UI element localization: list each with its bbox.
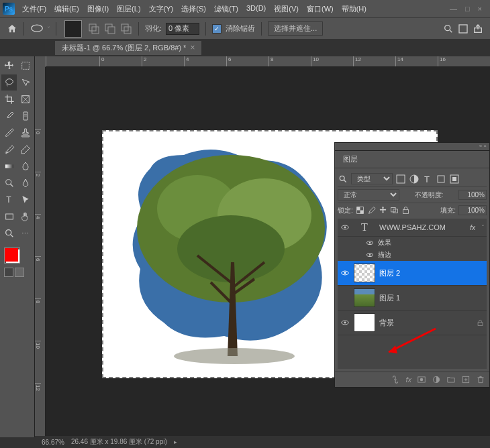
opacity-input[interactable] xyxy=(458,190,487,200)
frame-tool[interactable] xyxy=(17,91,33,107)
layer-text[interactable]: T WWW.PSAHZ.COM fx ˇ xyxy=(338,219,487,237)
lock-trans-icon[interactable] xyxy=(356,206,364,215)
add-mask-icon[interactable] xyxy=(417,375,426,384)
visibility-toggle[interactable] xyxy=(340,268,350,278)
path-select-tool[interactable] xyxy=(17,192,33,208)
text-tool[interactable]: T xyxy=(1,192,17,208)
menu-file[interactable]: 文件(F) xyxy=(19,3,50,15)
menu-window[interactable]: 窗口(W) xyxy=(303,3,337,15)
history-brush-tool[interactable] xyxy=(1,142,17,158)
fx-badge[interactable]: fx xyxy=(470,224,475,231)
selection-mode-add[interactable] xyxy=(88,23,100,35)
eraser-tool[interactable] xyxy=(17,142,33,158)
menu-3d[interactable]: 3D(D) xyxy=(243,3,269,15)
fx-row[interactable]: 效果 xyxy=(338,237,487,249)
foreground-color[interactable] xyxy=(5,248,18,262)
more-tools[interactable]: ⋯ xyxy=(17,225,33,241)
close-button[interactable]: × xyxy=(478,5,482,13)
quick-select-tool[interactable] xyxy=(17,74,33,91)
lock-paint-icon[interactable] xyxy=(367,206,376,215)
feather-input[interactable] xyxy=(166,23,199,35)
selection-mode-new[interactable] xyxy=(64,20,82,38)
file-tab-close-icon[interactable]: × xyxy=(190,43,195,52)
chevron-down-icon[interactable]: ˇ xyxy=(48,25,50,32)
fg-bg-swatch[interactable] xyxy=(4,247,20,264)
divider xyxy=(205,22,206,36)
gradient-tool[interactable] xyxy=(1,158,17,174)
layers-tab[interactable]: 图层 xyxy=(335,151,489,168)
menu-help[interactable]: 帮助(H) xyxy=(338,3,370,15)
menu-layer[interactable]: 图层(L) xyxy=(113,3,144,15)
lock-nest-icon[interactable] xyxy=(390,206,399,215)
document-dimensions[interactable]: 26.46 厘米 x 19.86 厘米 (72 ppi) xyxy=(71,437,167,447)
rectangle-tool[interactable] xyxy=(1,209,17,225)
select-and-mask-button[interactable]: 选择并遮住... xyxy=(268,21,323,36)
dodge-tool[interactable] xyxy=(1,175,17,191)
lock-move-icon[interactable] xyxy=(379,206,387,215)
stamp-tool[interactable] xyxy=(17,125,33,141)
minimize-button[interactable]: — xyxy=(450,5,457,13)
visibility-toggle[interactable] xyxy=(366,239,374,247)
search-icon[interactable] xyxy=(443,23,454,34)
zoom-level[interactable]: 66.67% xyxy=(42,439,64,446)
menu-filter[interactable]: 滤镜(T) xyxy=(211,3,242,15)
crop-tool[interactable] xyxy=(1,91,17,107)
menu-type[interactable]: 文字(Y) xyxy=(146,3,177,15)
fx-item-row[interactable]: 描边 xyxy=(338,249,487,261)
filter-type-select[interactable]: 类型 xyxy=(351,173,393,184)
lock-row: 锁定: 填充: xyxy=(338,203,487,217)
blend-mode-select[interactable]: 正常 xyxy=(338,189,399,201)
panel-collapse-tab[interactable]: « × xyxy=(334,142,490,150)
layer-1[interactable]: 图层 1 xyxy=(338,286,487,311)
filter-adjust-icon[interactable] xyxy=(409,174,420,184)
screenmode-toggle[interactable] xyxy=(15,268,24,277)
adjustment-layer-icon[interactable] xyxy=(432,375,441,384)
menu-select[interactable]: 选择(S) xyxy=(178,3,209,15)
group-icon[interactable] xyxy=(446,375,456,384)
lock-icon xyxy=(477,319,484,327)
heal-tool[interactable] xyxy=(17,108,33,124)
new-layer-icon[interactable] xyxy=(461,375,471,384)
search-icon[interactable] xyxy=(338,174,348,184)
eyedropper-tool[interactable] xyxy=(1,108,17,124)
fx-icon[interactable]: fx xyxy=(405,376,411,384)
visibility-toggle[interactable] xyxy=(340,223,350,232)
fill-input[interactable] xyxy=(458,205,487,215)
visibility-toggle[interactable] xyxy=(366,251,374,259)
maximize-button[interactable]: □ xyxy=(465,5,470,13)
antialias-checkbox[interactable]: ✓ xyxy=(212,24,222,34)
home-icon[interactable] xyxy=(7,23,17,34)
menu-view[interactable]: 视图(V) xyxy=(271,3,302,15)
ruler-vertical[interactable]: 024681012 xyxy=(35,67,46,437)
menu-image[interactable]: 图像(I) xyxy=(84,3,112,15)
marquee-tool[interactable] xyxy=(17,58,33,74)
pen-tool[interactable] xyxy=(17,175,33,191)
move-tool[interactable] xyxy=(1,58,17,74)
chevron-down-icon[interactable]: ˇ xyxy=(482,224,484,231)
lasso-tool-icon[interactable] xyxy=(30,23,44,34)
link-layers-icon[interactable] xyxy=(391,375,400,384)
share-icon[interactable] xyxy=(473,23,483,34)
filter-text-icon[interactable]: T xyxy=(422,174,433,184)
hand-tool[interactable] xyxy=(17,209,33,225)
selection-mode-intersect[interactable] xyxy=(120,23,132,35)
filter-pixel-icon[interactable] xyxy=(395,174,406,184)
layer-background[interactable]: 背景 xyxy=(338,311,487,335)
workspace-icon[interactable] xyxy=(458,23,469,34)
file-tab[interactable]: 未标题-1 @ 66.7% (图层 2, RGB/8#) * × xyxy=(55,41,201,55)
selection-mode-subtract[interactable] xyxy=(104,23,116,35)
lasso-tool[interactable] xyxy=(1,74,17,91)
blur-tool[interactable] xyxy=(17,158,33,174)
lock-all-icon[interactable] xyxy=(401,206,410,215)
layer-2[interactable]: 图层 2 xyxy=(338,261,487,286)
quickmask-toggle[interactable] xyxy=(4,268,13,277)
chevron-right-icon[interactable]: ▸ xyxy=(174,439,177,445)
visibility-toggle[interactable] xyxy=(340,318,350,327)
menu-edit[interactable]: 编辑(E) xyxy=(51,3,83,15)
ruler-horizontal[interactable]: 0246810121416 xyxy=(46,56,490,67)
filter-shape-icon[interactable] xyxy=(436,174,446,184)
zoom-tool[interactable] xyxy=(1,225,17,241)
filter-smart-icon[interactable] xyxy=(449,174,460,184)
brush-tool[interactable] xyxy=(1,125,17,141)
delete-layer-icon[interactable] xyxy=(476,375,485,384)
